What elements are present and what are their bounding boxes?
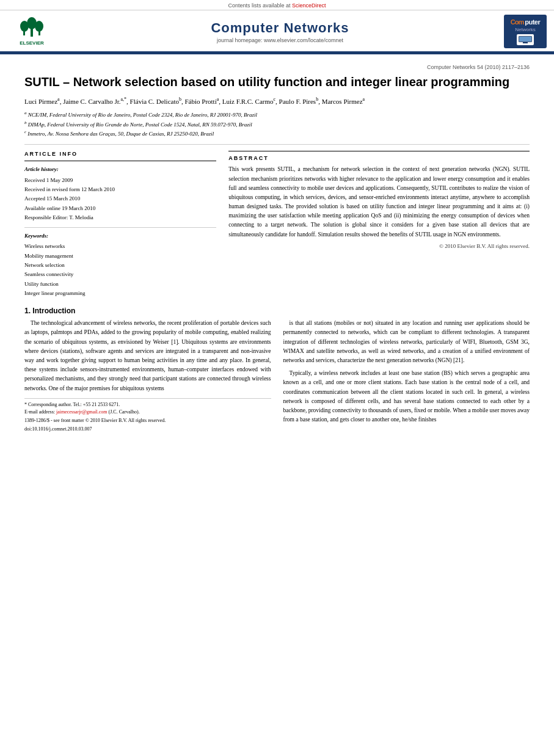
affil-c: c Inmetro, Av. Nossa Senhora das Graças,…	[24, 129, 530, 138]
main-content: Computer Networks 54 (2010) 2117–2136 SU…	[0, 54, 554, 443]
doi-line: doi:10.1016/j.comnet.2010.03.007	[24, 426, 271, 433]
email-link[interactable]: jaimecessarjr@gmail.com	[56, 409, 108, 415]
article-info-abstract-section: ARTICLE INFO Article history: Received 1…	[24, 151, 530, 298]
authors-line: Luci Pirmeza, Jaime C. Carvalho Jr.a,*, …	[24, 96, 530, 106]
svg-text:ELSEVIER: ELSEVIER	[20, 40, 44, 46]
svg-rect-10	[519, 37, 531, 42]
contents-text: Contents lists available at	[228, 2, 290, 9]
abstract-block: ABSTRACT This work presents SUTIL, a mec…	[228, 151, 530, 249]
footnote: * Corresponding author. Tel.: +55 21 253…	[24, 398, 271, 433]
body-col-right: is that all stations (mobiles or not) si…	[283, 319, 530, 433]
email-person: (J.C. Carvalho).	[109, 409, 140, 415]
body-content: 1. Introduction The technological advanc…	[24, 307, 530, 433]
keyword-2: Mobility management	[24, 252, 216, 261]
journal-name: Computer Networks	[56, 20, 504, 36]
keyword-6: Integer linear programming	[24, 289, 216, 298]
email-line: E-mail address: jaimecessarjr@gmail.com …	[24, 409, 271, 416]
homepage-label: journal homepage:	[217, 37, 263, 43]
available-online: Available online 19 March 2010	[24, 204, 216, 213]
received2: Received in revised form 12 March 2010	[24, 185, 216, 194]
abstract-column: ABSTRACT This work presents SUTIL, a mec…	[228, 151, 530, 298]
issn-line: 1389-1286/$ - see front matter © 2010 El…	[24, 417, 271, 424]
journal-title-center: Computer Networks journal homepage: www.…	[56, 20, 504, 43]
responsible-editor: Responsible Editor: T. Melodia	[24, 213, 216, 222]
svg-rect-6	[38, 29, 40, 35]
article-title: SUTIL – Network selection based on utili…	[24, 74, 530, 90]
body-two-col: The technological advancement of wireles…	[24, 319, 530, 433]
affiliations: a NCE/IM, Federal University of Rio de J…	[24, 110, 530, 138]
svg-rect-9	[523, 42, 528, 43]
article-info-block: Article history: Received 1 May 2009 Rec…	[24, 161, 216, 222]
history-label: Article history:	[24, 165, 216, 174]
keywords-label: Keywords:	[24, 231, 216, 241]
abstract-heading: ABSTRACT	[228, 155, 530, 161]
logo-icon	[517, 34, 534, 45]
intro-para2: is that all stations (mobiles or not) si…	[283, 319, 530, 365]
article-info-heading: ARTICLE INFO	[24, 151, 216, 157]
journal-logo-right: Computer Networks	[504, 15, 547, 48]
sciencedirect-link[interactable]: ScienceDirect	[292, 2, 326, 9]
logo-puter-text: puter	[525, 18, 540, 26]
abstract-text: This work presents SUTIL, a mechanism fo…	[228, 165, 530, 239]
svg-rect-5	[23, 29, 25, 35]
affil-a: a NCE/IM, Federal University of Rio de J…	[24, 110, 530, 119]
logo-networks-text: Networks	[515, 27, 535, 32]
accepted: Accepted 15 March 2010	[24, 194, 216, 203]
volume-info: Computer Networks 54 (2010) 2117–2136	[24, 64, 530, 70]
keyword-4: Seamless connectivity	[24, 270, 216, 279]
journal-homepage: journal homepage: www.elsevier.com/locat…	[56, 37, 504, 43]
keyword-3: Network selection	[24, 261, 216, 270]
elsevier-logo: ELSEVIER	[7, 14, 56, 49]
intro-para1: The technological advancement of wireles…	[24, 319, 271, 393]
affil-b: b DIMAp, Federal University of Rio Grand…	[24, 120, 530, 129]
journal-header: ELSEVIER Computer Networks journal homep…	[0, 10, 554, 53]
intro-para3: Typically, a wireless network includes a…	[283, 369, 530, 424]
keyword-5: Utility function	[24, 280, 216, 289]
top-bar: Contents lists available at ScienceDirec…	[0, 0, 554, 10]
homepage-url: www.elsevier.com/locate/comnet	[264, 37, 343, 43]
star-note: * Corresponding author. Tel.: +55 21 253…	[24, 401, 271, 409]
body-col-left: The technological advancement of wireles…	[24, 319, 271, 433]
svg-rect-4	[31, 27, 33, 37]
divider-1	[24, 144, 530, 145]
section1-title: 1. Introduction	[24, 307, 530, 315]
keyword-1: Wireless networks	[24, 242, 216, 251]
logo-com-text: Com	[511, 18, 523, 26]
keywords-block: Keywords: Wireless networks Mobility man…	[24, 227, 216, 298]
article-info-column: ARTICLE INFO Article history: Received 1…	[24, 151, 216, 298]
copyright-line: © 2010 Elsevier B.V. All rights reserved…	[228, 243, 530, 249]
received1: Received 1 May 2009	[24, 176, 216, 185]
email-label: E-mail address:	[24, 409, 55, 415]
